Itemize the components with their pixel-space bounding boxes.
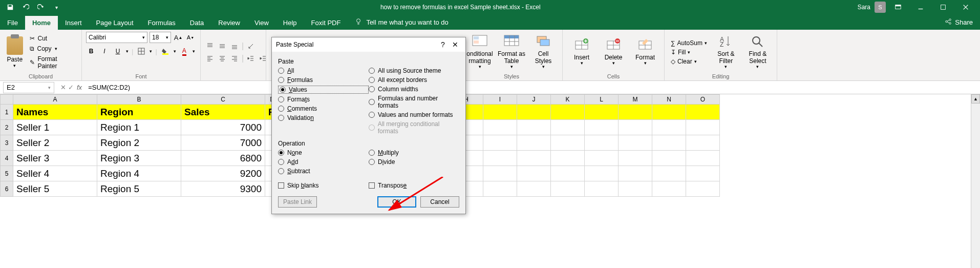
cell[interactable] (483, 151, 517, 166)
radio-values-number-formats[interactable]: Values and number formats (369, 111, 459, 118)
tab-review[interactable]: Review (211, 16, 247, 30)
cell[interactable] (619, 105, 652, 120)
tab-foxit-pdf[interactable]: Foxit PDF (304, 16, 348, 30)
cell[interactable] (652, 105, 686, 120)
cell[interactable] (483, 120, 517, 135)
ok-button[interactable]: OK (377, 196, 416, 208)
cell[interactable] (652, 166, 686, 181)
align-top-icon[interactable] (205, 42, 215, 51)
column-header[interactable]: B (97, 94, 181, 105)
format-cells-button[interactable]: Format▾ (630, 37, 660, 67)
cell[interactable] (551, 166, 585, 181)
cell-styles-button[interactable]: Cell Styles▾ (528, 33, 558, 70)
tab-help[interactable]: Help (276, 16, 304, 30)
cell[interactable] (619, 181, 652, 197)
row-header[interactable]: 6 (0, 181, 13, 197)
cancel-button[interactable]: Cancel (420, 196, 459, 208)
cell[interactable] (551, 105, 585, 120)
tell-me-search[interactable]: Tell me what you want to do (348, 15, 455, 30)
fx-icon[interactable]: fx (77, 84, 85, 91)
cell[interactable]: Seller 1 (13, 120, 97, 135)
cell[interactable]: Seller 2 (13, 135, 97, 151)
ribbon-options-icon[interactable] (888, 0, 908, 14)
radio-paste-values[interactable]: Values (278, 86, 369, 94)
row-header[interactable]: 1 (0, 105, 13, 120)
radio-formulas-number-formats[interactable]: Formulas and number formats (369, 95, 459, 109)
font-name-selector[interactable]: Calibri▾ (86, 32, 147, 43)
radio-paste-comments[interactable]: Comments (278, 105, 369, 112)
fill-color-button[interactable] (160, 46, 171, 56)
column-header[interactable]: M (619, 94, 652, 105)
cell[interactable]: Region 5 (97, 181, 181, 197)
cell[interactable] (517, 120, 551, 135)
font-color-button[interactable]: A (179, 46, 189, 56)
cell[interactable]: Seller 5 (13, 181, 97, 197)
column-header[interactable]: O (686, 94, 720, 105)
radio-op-multiply[interactable]: Multiply (369, 149, 459, 156)
cell[interactable]: Sales (181, 105, 265, 120)
bold-button[interactable]: B (86, 46, 96, 56)
copy-button[interactable]: ⧉Copy▾ (28, 44, 78, 53)
format-as-table-button[interactable]: Format as Table▾ (497, 33, 526, 70)
cell[interactable] (585, 105, 619, 120)
dialog-close-icon[interactable]: ✕ (449, 40, 461, 49)
clear-button[interactable]: ◇Clear▾ (669, 57, 709, 66)
cell[interactable] (686, 151, 720, 166)
insert-cells-button[interactable]: Insert▾ (567, 37, 596, 67)
cell[interactable] (483, 135, 517, 151)
cell[interactable]: Region 1 (97, 120, 181, 135)
cell[interactable] (483, 181, 517, 197)
cell[interactable] (585, 151, 619, 166)
find-select-button[interactable]: Find & Select▾ (743, 33, 773, 70)
sort-filter-button[interactable]: AZ Sort & Filter▾ (711, 33, 741, 70)
cell[interactable] (619, 120, 652, 135)
cell[interactable]: 6800 (181, 151, 265, 166)
row-header[interactable]: 4 (0, 151, 13, 166)
cell[interactable] (652, 151, 686, 166)
fill-button[interactable]: ↧Fill▾ (669, 48, 709, 56)
cell[interactable]: Region 2 (97, 135, 181, 151)
tab-page-layout[interactable]: Page Layout (89, 16, 141, 30)
cell[interactable] (652, 181, 686, 197)
row-header[interactable]: 2 (0, 120, 13, 135)
cell[interactable] (619, 151, 652, 166)
cell[interactable]: 9200 (181, 166, 265, 181)
cell[interactable] (551, 120, 585, 135)
cell[interactable] (585, 135, 619, 151)
autosum-button[interactable]: ∑AutoSum ▾ (669, 39, 709, 47)
radio-op-subtract[interactable]: Subtract (278, 168, 369, 175)
radio-paste-all[interactable]: All (278, 67, 369, 74)
cell[interactable] (585, 166, 619, 181)
qat-customize-icon[interactable]: ▾ (49, 1, 63, 13)
select-all-corner[interactable] (0, 94, 13, 105)
font-size-selector[interactable]: 18▾ (150, 32, 171, 43)
dialog-title-bar[interactable]: Paste Special ? ✕ (272, 37, 465, 52)
maximize-icon[interactable] (933, 0, 953, 14)
cell[interactable] (517, 105, 551, 120)
column-header[interactable]: A (13, 94, 97, 105)
minimize-icon[interactable] (910, 0, 931, 14)
cell[interactable]: Region (97, 105, 181, 120)
cell[interactable] (619, 135, 652, 151)
name-box[interactable]: E2▾ (3, 82, 54, 93)
increase-font-icon[interactable]: A▲ (173, 32, 183, 43)
column-header[interactable]: K (551, 94, 585, 105)
cell[interactable] (686, 166, 720, 181)
formula-input[interactable]: =SUM(C2:D2) (85, 84, 980, 91)
align-left-icon[interactable] (205, 54, 215, 63)
cell[interactable] (517, 135, 551, 151)
cell[interactable] (686, 105, 720, 120)
decrease-indent-icon[interactable] (246, 54, 256, 63)
cell[interactable] (551, 151, 585, 166)
column-header[interactable]: N (652, 94, 686, 105)
cell[interactable]: 9300 (181, 181, 265, 197)
cell[interactable]: Region 4 (97, 166, 181, 181)
share-button[interactable]: Share (938, 15, 980, 30)
orientation-icon[interactable] (246, 42, 256, 51)
radio-column-widths[interactable]: Column widths (369, 86, 459, 93)
cell[interactable]: 7000 (181, 120, 265, 135)
cell[interactable] (517, 166, 551, 181)
cell[interactable]: 7000 (181, 135, 265, 151)
tab-file[interactable]: File (0, 16, 25, 30)
align-middle-icon[interactable] (217, 42, 227, 51)
